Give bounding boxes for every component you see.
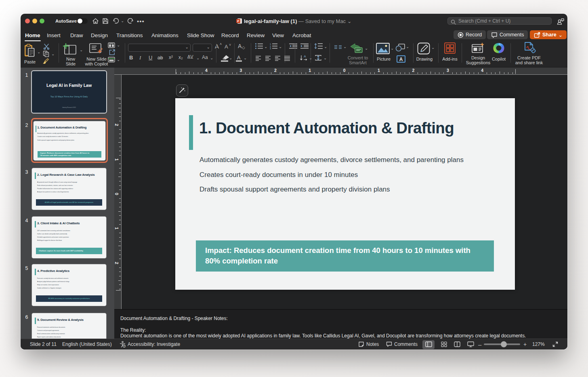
svg-text:3: 3: [270, 47, 271, 49]
svg-text:A: A: [304, 55, 306, 58]
svg-text:A: A: [399, 57, 403, 62]
svg-text:!: !: [124, 345, 124, 348]
svg-text:P: P: [237, 19, 240, 23]
svg-text:A: A: [237, 55, 241, 61]
